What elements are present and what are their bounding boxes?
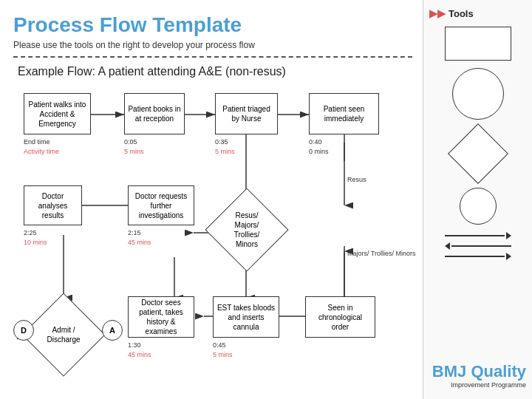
tool-arrow-right [445, 232, 511, 239]
time-box3: 0:35 5 mins [215, 137, 235, 156]
tool-circle[interactable] [452, 68, 504, 120]
box-doctor-requests: Doctor requests further investigations [128, 185, 194, 225]
tool-rectangle[interactable] [445, 27, 511, 61]
tool-diamond-wrapper [445, 127, 511, 180]
diamond-resus-majors: Resus/ Majors/ Trollies/ Minors [217, 200, 276, 259]
majors-label: Majors/ Trollies/ Minors [347, 250, 416, 259]
box-seen-chronological: Seen in chronological order [305, 296, 375, 338]
page-title: Process Flow Template [13, 13, 414, 37]
bmj-logo: BMJ Quality Improvement Programme [432, 362, 526, 389]
diamond-admit-discharge: Admit / Discharge [34, 305, 93, 364]
box-doctor-sees: Doctor sees patient, takes history & exa… [128, 296, 194, 338]
bmj-text: BMJ Quality [432, 362, 526, 381]
circle-a: A [102, 320, 123, 341]
tool-arrow-right2 [445, 253, 511, 260]
time-box2: 0:05 5 mins [124, 137, 144, 156]
time-box4: 0:40 0 mins [309, 137, 329, 156]
tool-diamond[interactable] [447, 123, 508, 184]
tools-header: ▶▶ Tools [429, 7, 526, 19]
time-box6: 2:15 45 mins [128, 228, 151, 247]
tools-panel: ▶▶ Tools BMJ Quality Im [423, 0, 532, 399]
tool-small-circle[interactable] [460, 188, 497, 225]
main-content: Process Flow Template Please use the too… [0, 0, 421, 399]
box-patient-books: Patient books in at reception [124, 93, 185, 134]
box-patient-triaged: Patient triaged by Nurse [215, 93, 278, 134]
flow-diagram: Patient walks into Accident & Emergency … [13, 87, 423, 375]
tools-arrow-icon: ▶▶ [429, 7, 446, 19]
time-box1: End time Activity time [24, 137, 59, 156]
box-patient-seen: Patient seen immediately [309, 93, 379, 134]
tool-arrows[interactable] [445, 232, 511, 260]
box-doctor-analyses: Doctor analyses results [24, 185, 82, 225]
tool-arrow-left [445, 242, 511, 250]
example-title: Example Flow: A patient attending A&E (n… [18, 65, 414, 78]
dashed-divider [13, 56, 412, 58]
bmj-sub: Improvement Programme [432, 381, 526, 389]
bmj-b: BMJ [432, 362, 471, 381]
resus-label: Resus [347, 176, 366, 183]
subtitle: Please use the tools on the right to dev… [13, 40, 414, 50]
time-box7: 1:30 45 mins [128, 341, 151, 359]
bmj-brand: BMJ Quality [432, 362, 526, 381]
time-box5: 2:25 10 mins [24, 228, 47, 247]
box-est-bloods: EST takes bloods and inserts cannula [213, 296, 279, 338]
circle-d: D [13, 320, 34, 341]
time-box8: 0:45 5 mins [213, 341, 233, 359]
box-patient-walks: Patient walks into Accident & Emergency [24, 93, 91, 134]
tools-label: Tools [449, 8, 474, 19]
bmj-quality-word: Quality [471, 362, 526, 381]
